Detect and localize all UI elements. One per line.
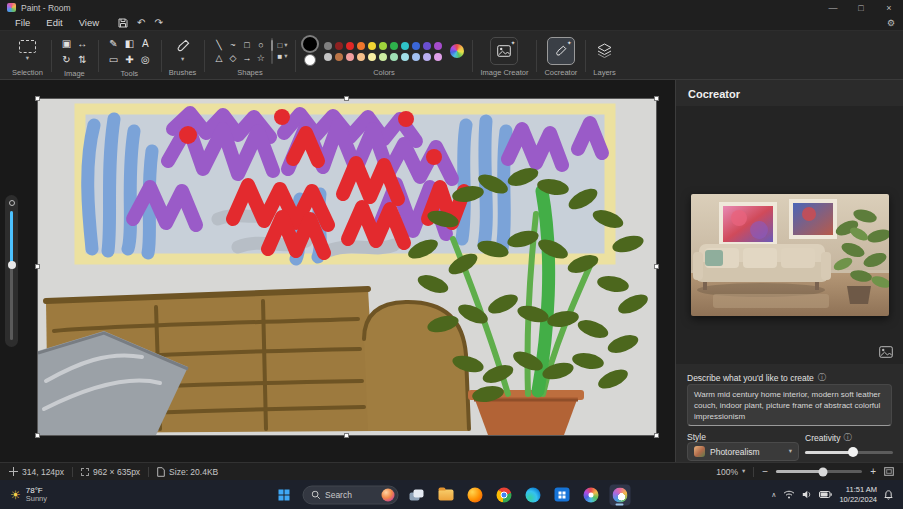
- save-icon[interactable]: [118, 18, 128, 28]
- shape-icon[interactable]: □: [240, 39, 253, 51]
- color-swatch[interactable]: [324, 53, 332, 61]
- selection-tool-button[interactable]: ▾: [19, 40, 36, 62]
- shape-icon[interactable]: ☆: [254, 52, 267, 64]
- tool-icon[interactable]: ✚: [122, 52, 137, 67]
- color-swatch[interactable]: [379, 53, 387, 61]
- wifi-icon[interactable]: [783, 490, 795, 499]
- color-swatch[interactable]: [357, 53, 365, 61]
- color-swatch[interactable]: [335, 42, 343, 50]
- resize-handle-s[interactable]: [344, 433, 349, 438]
- shape-icon[interactable]: ╲: [212, 39, 225, 51]
- taskbar-icon-paint[interactable]: [609, 484, 630, 505]
- taskbar-icon-firefox[interactable]: [464, 484, 485, 505]
- taskbar-icon-task-view[interactable]: [406, 484, 427, 505]
- color-swatch[interactable]: [423, 53, 431, 61]
- tool-icon[interactable]: ◧: [122, 36, 137, 51]
- shape-icon[interactable]: ~: [226, 39, 239, 51]
- tray-chevron-up-icon[interactable]: ∧: [771, 491, 776, 499]
- taskbar-icon-edge[interactable]: [522, 484, 543, 505]
- tool-icon[interactable]: A: [138, 36, 153, 51]
- maximize-button[interactable]: □: [847, 0, 875, 15]
- prompt-input[interactable]: Warm mid century home interior, modern s…: [687, 384, 892, 426]
- shape-fill-dropdown[interactable]: ■ ▾: [277, 52, 287, 61]
- menu-item[interactable]: View: [72, 16, 106, 29]
- color-swatch[interactable]: [434, 42, 442, 50]
- menu-item[interactable]: File: [8, 16, 37, 29]
- edit-colors-button[interactable]: [450, 44, 464, 58]
- settings-gear-icon[interactable]: ⚙: [887, 18, 895, 28]
- slider-track[interactable]: [10, 211, 13, 340]
- minimize-button[interactable]: —: [819, 0, 847, 15]
- clock[interactable]: 11:51 AM 10/22/2024: [839, 485, 877, 504]
- resize-handle-n[interactable]: [344, 96, 349, 101]
- zoom-level-dropdown[interactable]: 100% ▾: [716, 467, 745, 477]
- color-swatch[interactable]: [346, 42, 354, 50]
- color-swatch[interactable]: [368, 53, 376, 61]
- image-tool-icon[interactable]: ↔: [75, 36, 90, 51]
- image-tool-icon[interactable]: ▣: [59, 36, 74, 51]
- color-swatch[interactable]: [423, 42, 431, 50]
- color-swatch[interactable]: [401, 53, 409, 61]
- fit-to-window-icon[interactable]: [884, 467, 894, 476]
- shape-icon[interactable]: ◇: [226, 52, 239, 64]
- resize-handle-e[interactable]: [654, 264, 659, 269]
- slider-handle[interactable]: [819, 467, 828, 476]
- color-swatch[interactable]: [412, 53, 420, 61]
- zoom-in-button[interactable]: +: [870, 466, 876, 477]
- taskbar-icon-chrome[interactable]: [493, 484, 514, 505]
- resize-handle-w[interactable]: [35, 264, 40, 269]
- color-swatch[interactable]: [379, 42, 387, 50]
- color-swatch[interactable]: [346, 53, 354, 61]
- resize-handle-sw[interactable]: [35, 433, 40, 438]
- slider-handle[interactable]: [848, 447, 858, 457]
- taskbar-icon-photos[interactable]: [580, 484, 601, 505]
- primary-color-swatch[interactable]: [303, 37, 317, 51]
- image-tool-icon[interactable]: ↻: [59, 52, 74, 67]
- layers-button[interactable]: [596, 43, 613, 59]
- paint-canvas[interactable]: [38, 99, 656, 435]
- cocreator-button[interactable]: ✦: [547, 37, 575, 65]
- info-icon[interactable]: ⓘ: [818, 372, 826, 383]
- zoom-slider[interactable]: [776, 470, 862, 473]
- taskbar-icon-file-explorer[interactable]: [435, 484, 456, 505]
- tool-icon[interactable]: ◎: [138, 52, 153, 67]
- redo-icon[interactable]: ↷: [155, 18, 163, 28]
- notification-bell-icon[interactable]: [884, 490, 893, 500]
- shape-outline-dropdown[interactable]: □ ▾: [277, 41, 287, 50]
- taskbar-search[interactable]: Search: [302, 485, 398, 504]
- resize-handle-ne[interactable]: [654, 96, 659, 101]
- image-creator-button[interactable]: ✦: [490, 37, 518, 65]
- secondary-color-swatch[interactable]: [304, 54, 316, 66]
- close-button[interactable]: ×: [875, 0, 903, 15]
- tool-icon[interactable]: ▭: [106, 52, 121, 67]
- color-swatch[interactable]: [390, 53, 398, 61]
- color-swatch[interactable]: [324, 42, 332, 50]
- start-button[interactable]: [273, 484, 294, 505]
- color-swatch[interactable]: [357, 42, 365, 50]
- color-swatch[interactable]: [368, 42, 376, 50]
- slider-handle[interactable]: [8, 261, 16, 269]
- brushes-button[interactable]: ▾: [175, 39, 190, 63]
- taskbar-icon-store[interactable]: [551, 484, 572, 505]
- shapes-scrollbar[interactable]: [271, 38, 273, 64]
- tool-icon[interactable]: ✎: [106, 36, 121, 51]
- generated-image[interactable]: [691, 194, 889, 316]
- color-swatch[interactable]: [401, 42, 409, 50]
- weather-widget[interactable]: ☀ 78°F Sunny: [10, 486, 47, 504]
- menu-item[interactable]: Edit: [39, 16, 69, 29]
- volume-icon[interactable]: [802, 490, 812, 499]
- battery-icon[interactable]: [819, 491, 832, 498]
- info-icon[interactable]: ⓘ: [843, 432, 851, 443]
- color-swatch[interactable]: [412, 42, 420, 50]
- resize-handle-se[interactable]: [654, 433, 659, 438]
- shape-icon[interactable]: →: [240, 52, 253, 64]
- shape-icon[interactable]: △: [212, 52, 225, 64]
- resize-handle-nw[interactable]: [35, 96, 40, 101]
- undo-icon[interactable]: ↶: [137, 18, 145, 28]
- creativity-slider[interactable]: [805, 446, 893, 458]
- style-dropdown[interactable]: Photorealism ▾: [687, 442, 799, 461]
- color-swatch[interactable]: [390, 42, 398, 50]
- image-tool-icon[interactable]: ⇅: [75, 52, 90, 67]
- color-swatch[interactable]: [434, 53, 442, 61]
- color-swatch[interactable]: [335, 53, 343, 61]
